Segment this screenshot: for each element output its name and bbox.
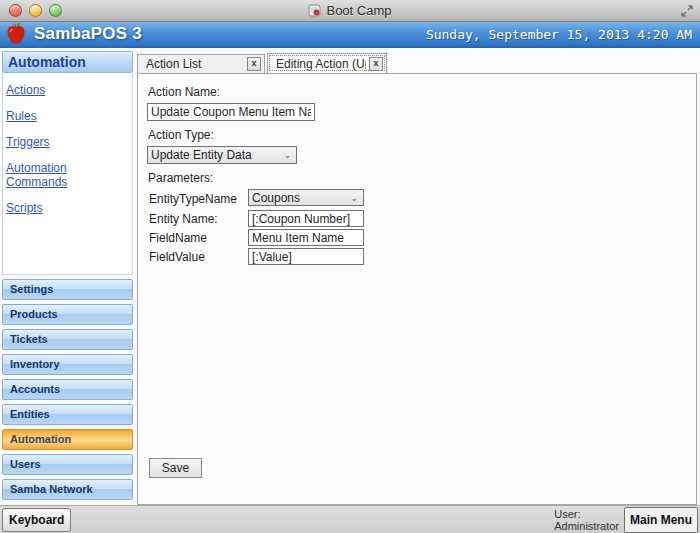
bootcamp-app-icon xyxy=(308,4,321,17)
sidebar-item-entities[interactable]: Entities xyxy=(2,404,133,425)
tab-editing-action[interactable]: Editing Action (Updat x xyxy=(267,53,387,73)
sidebar-menu: Settings Products Tickets Inventory Acco… xyxy=(2,275,133,504)
footer-bar: Keyboard User: Administrator Main Menu xyxy=(0,505,700,533)
param-entity-name-label: Entity Name: xyxy=(149,212,248,226)
sidebar-item-users[interactable]: Users xyxy=(2,454,133,475)
field-value-input[interactable] xyxy=(248,248,364,265)
user-name: Administrator xyxy=(554,520,619,532)
header-datetime: Sunday, September 15, 2013 4:20 AM xyxy=(426,27,692,42)
sidebar-link-actions[interactable]: Actions xyxy=(6,83,129,97)
editing-action-panel: Action Name: Action Type: Update Entity … xyxy=(137,73,697,505)
sidebar-item-accounts[interactable]: Accounts xyxy=(2,379,133,400)
user-info: User: Administrator xyxy=(554,508,619,532)
sidebar-item-samba-network[interactable]: Samba Network xyxy=(2,479,133,500)
sidebar-link-automation-commands[interactable]: Automation Commands xyxy=(6,161,129,189)
save-button[interactable]: Save xyxy=(149,458,202,478)
tab-close-icon[interactable]: x xyxy=(247,57,261,71)
minimize-window-button[interactable] xyxy=(29,4,42,17)
app-header: SambaPOS 3 Sunday, September 15, 2013 4:… xyxy=(0,22,700,48)
param-fieldname-label: FieldName xyxy=(149,231,248,245)
app-window: Boot Camp SambaPOS 3 Sunday, September 1… xyxy=(0,0,700,533)
main-menu-button[interactable]: Main Menu xyxy=(624,507,698,533)
parameters-grid: EntityTypeName Coupons Entity Name: Fiel… xyxy=(149,189,686,266)
sidebar-link-rules[interactable]: Rules xyxy=(6,109,129,123)
sidebar-item-automation[interactable]: Automation xyxy=(2,429,133,450)
sidebar-links-panel: Actions Rules Triggers Automation Comman… xyxy=(2,73,133,275)
tab-close-icon[interactable]: x xyxy=(369,57,383,71)
zoom-window-button[interactable] xyxy=(49,4,62,17)
sidebar-item-inventory[interactable]: Inventory xyxy=(2,354,133,375)
mac-titlebar: Boot Camp xyxy=(0,0,700,22)
entity-type-dropdown[interactable]: Coupons xyxy=(248,189,364,206)
action-type-dropdown[interactable]: Update Entity Data xyxy=(147,146,297,164)
sidebar-link-triggers[interactable]: Triggers xyxy=(6,135,129,149)
close-window-button[interactable] xyxy=(9,4,22,17)
sidebar-item-tickets[interactable]: Tickets xyxy=(2,329,133,350)
sidebar-item-products[interactable]: Products xyxy=(2,304,133,325)
tab-label: Editing Action (Updat xyxy=(276,57,366,71)
keyboard-button[interactable]: Keyboard xyxy=(2,508,71,532)
sidebar-item-settings[interactable]: Settings xyxy=(2,279,133,300)
window-controls xyxy=(9,4,62,17)
tab-bar: Action List x Editing Action (Updat x xyxy=(137,53,697,73)
user-label: User: xyxy=(554,508,619,520)
param-entitytypename-label: EntityTypeName xyxy=(149,192,248,206)
action-type-label: Action Type: xyxy=(148,128,686,142)
action-name-input[interactable] xyxy=(147,103,315,121)
window-title: Boot Camp xyxy=(326,3,391,18)
chevron-down-icon xyxy=(350,193,360,203)
parameters-label: Parameters: xyxy=(148,171,686,185)
sidebar-link-scripts[interactable]: Scripts xyxy=(6,201,129,215)
sidebar: Automation Actions Rules Triggers Automa… xyxy=(0,48,135,505)
tab-action-list[interactable]: Action List x xyxy=(137,54,265,73)
action-name-label: Action Name: xyxy=(148,85,686,99)
entity-name-input[interactable] xyxy=(248,210,364,227)
chevron-down-icon xyxy=(283,150,293,160)
action-type-value: Update Entity Data xyxy=(151,148,252,162)
sambapos-apple-logo-icon xyxy=(4,21,28,45)
param-fieldvalue-label: FieldValue xyxy=(149,250,248,264)
sidebar-section-title: Automation xyxy=(2,51,133,73)
tab-label: Action List xyxy=(146,57,244,71)
fullscreen-icon[interactable] xyxy=(680,4,694,18)
entity-type-value: Coupons xyxy=(252,191,300,205)
app-title: SambaPOS 3 xyxy=(34,24,142,44)
field-name-input[interactable] xyxy=(248,229,364,246)
main-content: Action List x Editing Action (Updat x Ac… xyxy=(135,48,700,505)
